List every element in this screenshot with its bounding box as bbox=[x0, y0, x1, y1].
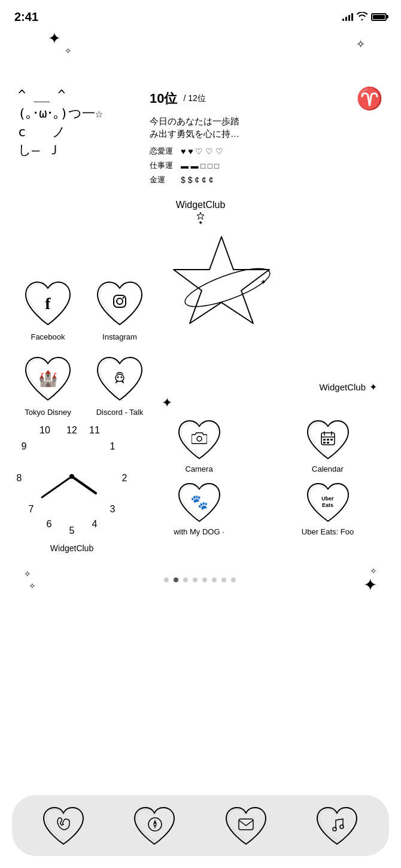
svg-text:8: 8 bbox=[17, 473, 22, 483]
calendar-label: Calendar bbox=[312, 464, 344, 473]
svg-text:10: 10 bbox=[40, 425, 50, 435]
star-widget: ✦ bbox=[162, 231, 281, 341]
svg-text:3: 3 bbox=[110, 504, 116, 514]
fortune-label-money: 金運 bbox=[150, 175, 176, 185]
dock-item-phone[interactable] bbox=[41, 805, 86, 846]
signal-icon bbox=[342, 13, 353, 21]
svg-point-3 bbox=[123, 297, 124, 299]
bottom-deco-row: ✧ ✧ ✧ ✦ bbox=[0, 558, 401, 594]
svg-line-23 bbox=[72, 476, 96, 493]
discord-heart-wrap bbox=[93, 353, 147, 404]
app-row-2-section: 🏰 Tokyo Disney Discord - Talk bbox=[0, 353, 401, 417]
dot-3 bbox=[193, 577, 198, 582]
phone-icon bbox=[56, 817, 71, 835]
svg-rect-32 bbox=[330, 439, 333, 441]
svg-text:6: 6 bbox=[47, 519, 52, 529]
app-item-discord[interactable]: Discord - Talk bbox=[90, 353, 150, 417]
wifi-icon bbox=[357, 12, 367, 22]
main-widgets-row: 12 1 2 3 4 5 6 7 8 9 10 11 bbox=[0, 417, 401, 536]
deco-stars-top: ✦ ✧ ✧ bbox=[0, 26, 401, 62]
mail-heart-wrap bbox=[224, 805, 269, 846]
music-icon bbox=[330, 817, 345, 835]
dog-heart-wrap: 🐾 bbox=[175, 479, 223, 524]
svg-marker-0 bbox=[197, 212, 204, 219]
dock-item-compass[interactable] bbox=[132, 805, 177, 846]
svg-marker-4 bbox=[174, 237, 269, 323]
widgetclub-star-label: WidgetClub bbox=[319, 382, 366, 392]
widgetclub-diamond-icon: ✦ bbox=[369, 381, 377, 393]
battery-icon bbox=[371, 13, 387, 21]
svg-point-38 bbox=[154, 823, 156, 826]
clock-svg: 12 1 2 3 4 5 6 7 8 9 10 11 bbox=[12, 417, 132, 536]
dot-4 bbox=[202, 577, 207, 582]
instagram-label: Instagram bbox=[102, 332, 137, 341]
bottom-star-4: ✦ bbox=[363, 577, 377, 594]
fortune-row-work: 仕事運 ▬ ▬ □ □ □ bbox=[150, 160, 383, 171]
status-icons bbox=[342, 12, 387, 22]
dot-5 bbox=[212, 577, 217, 582]
clock-label-row: WidgetClub bbox=[0, 541, 401, 553]
bottom-star-3: ✧ bbox=[370, 566, 377, 576]
svg-rect-34 bbox=[327, 442, 329, 444]
app-item-facebook[interactable]: f Facebook bbox=[18, 278, 78, 341]
small-app-row-1: Camera bbox=[138, 417, 389, 473]
horoscope-desc: 今日のあなたは一歩踏み出す勇気を心に持… bbox=[150, 115, 383, 140]
app-row-1: f Facebook Instagram bbox=[18, 231, 383, 341]
discord-icon bbox=[112, 369, 127, 389]
bottom-star-2: ✧ bbox=[29, 581, 36, 591]
svg-text:4: 4 bbox=[92, 519, 98, 529]
horoscope-section: 10位 / 12位 ♈ 今日のあなたは一歩踏み出す勇気を心に持… 恋愛運 ♥ ♥… bbox=[150, 86, 383, 189]
tokyo-disney-label: Tokyo Disney bbox=[25, 408, 71, 417]
calendar-icon bbox=[320, 430, 336, 448]
app-item-instagram[interactable]: Instagram bbox=[90, 278, 150, 341]
svg-point-9 bbox=[121, 377, 123, 378]
facebook-icon: f bbox=[45, 294, 50, 313]
dock-item-music[interactable] bbox=[315, 805, 360, 846]
svg-point-41 bbox=[340, 825, 344, 829]
music-heart-wrap bbox=[315, 805, 360, 846]
app-item-tokyo-disney[interactable]: 🏰 Tokyo Disney bbox=[18, 353, 78, 417]
app-item-ubereats[interactable]: UberEats Uber Eats: Foo bbox=[266, 479, 389, 536]
app-item-calendar[interactable]: Calendar bbox=[266, 417, 389, 473]
star-deco-2: ✧ bbox=[65, 46, 72, 56]
dock-item-mail[interactable] bbox=[224, 805, 269, 846]
discord-label: Discord - Talk bbox=[96, 408, 144, 417]
small-app-row-2: 🐾 with My DOG · UberEats Uber Eats: Foo bbox=[138, 479, 389, 536]
app-item-camera[interactable]: Camera bbox=[138, 417, 260, 473]
instagram-heart-wrap bbox=[93, 278, 147, 329]
svg-rect-39 bbox=[239, 819, 253, 830]
widgetclub-star-row: WidgetClub ✦ bbox=[319, 381, 377, 393]
dot-1 bbox=[174, 577, 178, 582]
ubereats-heart-wrap: UberEats bbox=[304, 479, 352, 524]
calendar-heart-wrap bbox=[304, 417, 352, 461]
social-apps-section: f Facebook Instagram bbox=[0, 225, 401, 353]
status-bar: 2:41 bbox=[0, 0, 401, 26]
horoscope-rank-text: 10位 bbox=[150, 90, 177, 108]
compass-heart-wrap bbox=[132, 805, 177, 846]
facebook-heart-wrap: f bbox=[21, 278, 75, 329]
star-deco-3: ✧ bbox=[356, 38, 365, 51]
fortune-row-love: 恋愛運 ♥ ♥ ♡ ♡ ♡ bbox=[150, 146, 383, 157]
svg-rect-33 bbox=[323, 442, 326, 444]
svg-text:12: 12 bbox=[66, 425, 77, 435]
cat-ascii: ^ __ ^ (｡･ω･｡)つ一☆ c ノ し— Ｊ bbox=[18, 86, 138, 160]
black-star-deco: ✦ bbox=[162, 395, 172, 411]
svg-point-7 bbox=[116, 374, 124, 381]
svg-point-40 bbox=[333, 827, 336, 831]
tokyo-disney-icon: 🏰 bbox=[38, 369, 57, 388]
fortune-icons-love: ♥ ♥ ♡ ♡ ♡ bbox=[181, 146, 223, 156]
fortune-icons-money: $ $ ¢ ¢ ¢ bbox=[181, 175, 214, 185]
horoscope-rank-sub: / 12位 bbox=[183, 93, 205, 104]
svg-text:9: 9 bbox=[22, 441, 27, 451]
dog-paw-icon: 🐾 bbox=[190, 494, 208, 511]
app-item-dog[interactable]: 🐾 with My DOG · bbox=[138, 479, 260, 536]
svg-text:1: 1 bbox=[110, 441, 116, 451]
svg-text:✦: ✦ bbox=[260, 278, 266, 286]
svg-rect-31 bbox=[327, 439, 329, 441]
dot-0 bbox=[164, 577, 169, 582]
tokyo-disney-heart-wrap: 🏰 bbox=[21, 353, 75, 404]
fortune-label-love: 恋愛運 bbox=[150, 146, 176, 157]
dog-label: with My DOG · bbox=[174, 527, 224, 536]
right-widgets: Camera bbox=[138, 417, 389, 536]
compass-icon bbox=[147, 817, 163, 835]
